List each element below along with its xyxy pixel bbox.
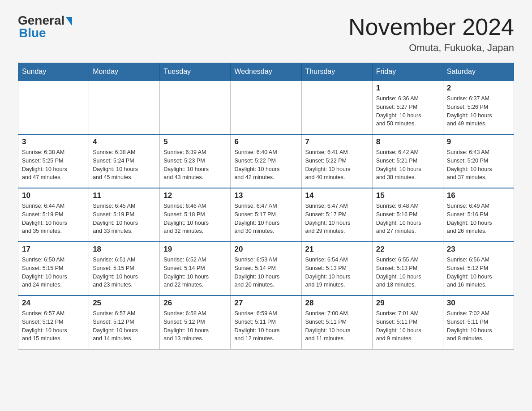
calendar-cell: 17Sunrise: 6:50 AM Sunset: 5:15 PM Dayli… [18,242,89,295]
day-info: Sunrise: 6:50 AM Sunset: 5:15 PM Dayligh… [22,256,85,289]
weekday-header-friday: Friday [372,63,443,81]
day-info: Sunrise: 6:56 AM Sunset: 5:12 PM Dayligh… [447,256,510,289]
month-title: November 2024 [348,13,514,40]
day-number: 25 [93,299,156,308]
day-number: 23 [447,245,510,254]
day-number: 4 [93,137,156,146]
calendar-cell: 13Sunrise: 6:47 AM Sunset: 5:17 PM Dayli… [231,188,301,242]
calendar-cell: 2Sunrise: 6:37 AM Sunset: 5:26 PM Daylig… [443,81,514,134]
weekday-header-monday: Monday [89,63,160,81]
weekday-header-row: SundayMondayTuesdayWednesdayThursdayFrid… [18,63,514,81]
calendar-cell: 19Sunrise: 6:52 AM Sunset: 5:14 PM Dayli… [160,242,231,295]
day-number: 17 [22,245,85,254]
calendar-week-row: 24Sunrise: 6:57 AM Sunset: 5:12 PM Dayli… [18,295,514,349]
calendar-cell: 20Sunrise: 6:53 AM Sunset: 5:14 PM Dayli… [231,242,301,295]
day-number: 12 [163,191,227,200]
day-number: 15 [376,191,439,200]
day-number: 11 [93,191,156,200]
day-info: Sunrise: 6:43 AM Sunset: 5:20 PM Dayligh… [447,148,510,182]
day-number: 2 [447,84,510,93]
day-info: Sunrise: 6:53 AM Sunset: 5:14 PM Dayligh… [234,256,297,289]
day-number: 24 [22,299,85,308]
calendar-cell: 28Sunrise: 7:00 AM Sunset: 5:11 PM Dayli… [301,295,372,349]
calendar-cell: 5Sunrise: 6:39 AM Sunset: 5:23 PM Daylig… [160,134,231,188]
day-info: Sunrise: 7:01 AM Sunset: 5:11 PM Dayligh… [376,309,439,343]
calendar-cell: 15Sunrise: 6:48 AM Sunset: 5:16 PM Dayli… [372,188,443,242]
day-info: Sunrise: 6:38 AM Sunset: 5:24 PM Dayligh… [93,148,156,182]
day-number: 28 [305,299,369,308]
day-info: Sunrise: 6:41 AM Sunset: 5:22 PM Dayligh… [305,148,369,182]
day-number: 7 [305,137,369,146]
weekday-header-sunday: Sunday [18,63,89,81]
day-number: 13 [234,191,297,200]
calendar-cell: 26Sunrise: 6:58 AM Sunset: 5:12 PM Dayli… [160,295,231,349]
day-info: Sunrise: 6:42 AM Sunset: 5:21 PM Dayligh… [376,148,439,182]
day-info: Sunrise: 7:00 AM Sunset: 5:11 PM Dayligh… [305,309,369,343]
calendar-week-row: 10Sunrise: 6:44 AM Sunset: 5:19 PM Dayli… [18,188,514,242]
calendar-week-row: 1Sunrise: 6:36 AM Sunset: 5:27 PM Daylig… [18,81,514,134]
calendar-week-row: 17Sunrise: 6:50 AM Sunset: 5:15 PM Dayli… [18,242,514,295]
day-info: Sunrise: 6:51 AM Sunset: 5:15 PM Dayligh… [93,256,156,289]
day-info: Sunrise: 6:38 AM Sunset: 5:25 PM Dayligh… [22,148,85,182]
calendar-cell [18,81,89,134]
weekday-header-wednesday: Wednesday [231,63,301,81]
calendar-cell: 1Sunrise: 6:36 AM Sunset: 5:27 PM Daylig… [372,81,443,134]
day-number: 29 [376,299,439,308]
day-number: 6 [234,137,297,146]
day-info: Sunrise: 6:40 AM Sunset: 5:22 PM Dayligh… [234,148,297,182]
day-number: 3 [22,137,85,146]
location-text: Omuta, Fukuoka, Japan [348,42,514,54]
calendar-cell: 11Sunrise: 6:45 AM Sunset: 5:19 PM Dayli… [89,188,160,242]
calendar-cell: 30Sunrise: 7:02 AM Sunset: 5:11 PM Dayli… [443,295,514,349]
calendar-cell: 6Sunrise: 6:40 AM Sunset: 5:22 PM Daylig… [231,134,301,188]
day-info: Sunrise: 6:55 AM Sunset: 5:13 PM Dayligh… [376,256,439,289]
day-info: Sunrise: 6:44 AM Sunset: 5:19 PM Dayligh… [22,202,85,235]
calendar-cell [89,81,160,134]
logo-blue-text: Blue [19,26,46,40]
day-info: Sunrise: 7:02 AM Sunset: 5:11 PM Dayligh… [447,309,510,343]
day-info: Sunrise: 6:46 AM Sunset: 5:18 PM Dayligh… [163,202,227,235]
title-area: November 2024 Omuta, Fukuoka, Japan [348,13,514,54]
calendar-cell: 12Sunrise: 6:46 AM Sunset: 5:18 PM Dayli… [160,188,231,242]
calendar-cell: 7Sunrise: 6:41 AM Sunset: 5:22 PM Daylig… [301,134,372,188]
day-info: Sunrise: 6:47 AM Sunset: 5:17 PM Dayligh… [305,202,369,235]
calendar-cell: 3Sunrise: 6:38 AM Sunset: 5:25 PM Daylig… [18,134,89,188]
day-info: Sunrise: 6:36 AM Sunset: 5:27 PM Dayligh… [376,94,439,128]
weekday-header-tuesday: Tuesday [160,63,231,81]
calendar-cell [160,81,231,134]
day-info: Sunrise: 6:59 AM Sunset: 5:11 PM Dayligh… [234,309,297,343]
day-info: Sunrise: 6:45 AM Sunset: 5:19 PM Dayligh… [93,202,156,235]
calendar-cell: 27Sunrise: 6:59 AM Sunset: 5:11 PM Dayli… [231,295,301,349]
calendar-cell: 9Sunrise: 6:43 AM Sunset: 5:20 PM Daylig… [443,134,514,188]
day-number: 14 [305,191,369,200]
day-number: 20 [234,245,297,254]
day-number: 19 [163,245,227,254]
day-info: Sunrise: 6:47 AM Sunset: 5:17 PM Dayligh… [234,202,297,235]
day-info: Sunrise: 6:57 AM Sunset: 5:12 PM Dayligh… [22,309,85,343]
calendar-cell: 29Sunrise: 7:01 AM Sunset: 5:11 PM Dayli… [372,295,443,349]
calendar-cell: 24Sunrise: 6:57 AM Sunset: 5:12 PM Dayli… [18,295,89,349]
day-number: 8 [376,137,439,146]
day-info: Sunrise: 6:37 AM Sunset: 5:26 PM Dayligh… [447,94,510,128]
day-number: 26 [163,299,227,308]
day-info: Sunrise: 6:57 AM Sunset: 5:12 PM Dayligh… [93,309,156,343]
calendar-cell: 25Sunrise: 6:57 AM Sunset: 5:12 PM Dayli… [89,295,160,349]
day-number: 27 [234,299,297,308]
day-info: Sunrise: 6:48 AM Sunset: 5:16 PM Dayligh… [376,202,439,235]
calendar-cell: 16Sunrise: 6:49 AM Sunset: 5:16 PM Dayli… [443,188,514,242]
day-number: 5 [163,137,227,146]
calendar-week-row: 3Sunrise: 6:38 AM Sunset: 5:25 PM Daylig… [18,134,514,188]
day-info: Sunrise: 6:49 AM Sunset: 5:16 PM Dayligh… [447,202,510,235]
logo-arrow-icon [66,17,72,26]
day-info: Sunrise: 6:58 AM Sunset: 5:12 PM Dayligh… [163,309,227,343]
weekday-header-thursday: Thursday [301,63,372,81]
calendar-cell: 14Sunrise: 6:47 AM Sunset: 5:17 PM Dayli… [301,188,372,242]
day-number: 9 [447,137,510,146]
day-number: 1 [376,84,439,93]
day-info: Sunrise: 6:54 AM Sunset: 5:13 PM Dayligh… [305,256,369,289]
calendar-cell: 10Sunrise: 6:44 AM Sunset: 5:19 PM Dayli… [18,188,89,242]
calendar-cell: 18Sunrise: 6:51 AM Sunset: 5:15 PM Dayli… [89,242,160,295]
calendar-cell [231,81,301,134]
calendar-cell: 23Sunrise: 6:56 AM Sunset: 5:12 PM Dayli… [443,242,514,295]
calendar-cell: 21Sunrise: 6:54 AM Sunset: 5:13 PM Dayli… [301,242,372,295]
